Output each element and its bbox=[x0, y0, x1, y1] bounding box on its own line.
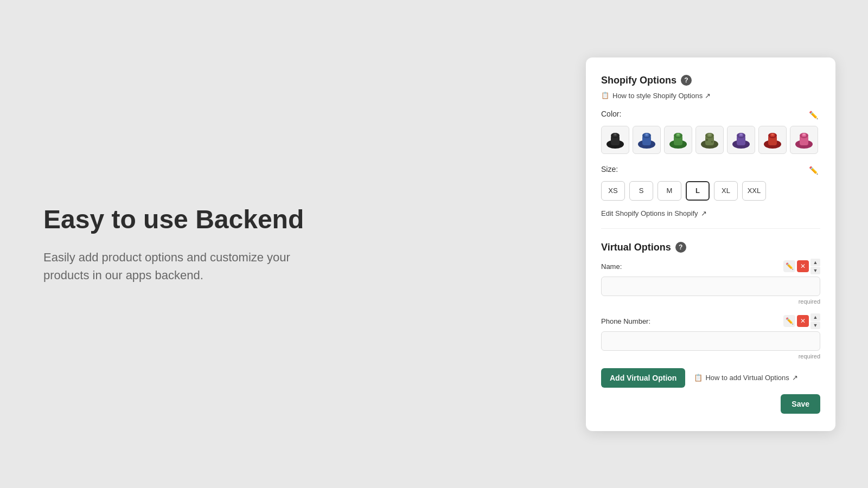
svg-point-4 bbox=[614, 133, 616, 136]
name-input[interactable] bbox=[601, 277, 820, 296]
name-edit-button[interactable]: ✏️ bbox=[783, 260, 795, 272]
color-edit-button[interactable]: ✏️ bbox=[807, 110, 820, 120]
style-link-row: 📋 How to style Shopify Options ↗ bbox=[601, 92, 820, 100]
swatch-blue[interactable] bbox=[633, 126, 661, 154]
name-field: Name: ✏️ ✕ ▲ ▼ required bbox=[601, 259, 820, 305]
how-to-virtual-link[interactable]: 📋 How to add Virtual Options ↗ bbox=[694, 374, 797, 382]
size-option-row: Size: ✏️ bbox=[601, 165, 820, 176]
phone-required-text: required bbox=[601, 353, 820, 359]
name-field-header: Name: ✏️ ✕ ▲ ▼ bbox=[601, 259, 820, 274]
add-virtual-option-button[interactable]: Add Virtual Option bbox=[601, 368, 685, 388]
phone-field-label: Phone Number: bbox=[601, 317, 650, 325]
name-move-down-button[interactable]: ▼ bbox=[810, 267, 820, 274]
size-xs-button[interactable]: XS bbox=[601, 181, 625, 201]
how-to-virtual-text: How to add Virtual Options bbox=[705, 374, 789, 382]
svg-rect-20 bbox=[706, 139, 708, 141]
phone-input[interactable] bbox=[601, 331, 820, 351]
save-button[interactable]: Save bbox=[781, 394, 820, 414]
swatch-camo[interactable] bbox=[695, 126, 724, 154]
svg-rect-21 bbox=[711, 141, 713, 143]
size-label: Size: bbox=[601, 165, 618, 174]
color-swatches bbox=[601, 126, 820, 154]
shopify-options-help-icon[interactable]: ? bbox=[681, 75, 692, 86]
edit-shopify-link[interactable]: Edit Shopify Options in Shopify ↗ bbox=[601, 209, 820, 217]
virtual-options-help-icon[interactable]: ? bbox=[675, 242, 686, 253]
virtual-options-section: Virtual Options ? Name: ✏️ ✕ ▲ ▼ require… bbox=[601, 242, 820, 414]
name-move-up-button[interactable]: ▲ bbox=[810, 259, 820, 266]
virtual-bottom-row: Add Virtual Option 📋 How to add Virtual … bbox=[601, 368, 820, 388]
phone-field-header: Phone Number: ✏️ ✕ ▲ ▼ bbox=[601, 313, 820, 329]
phone-move-up-button[interactable]: ▲ bbox=[810, 313, 820, 321]
name-field-label: Name: bbox=[601, 262, 622, 271]
edit-shopify-text: Edit Shopify Options in Shopify bbox=[601, 209, 698, 217]
svg-point-14 bbox=[677, 133, 679, 136]
phone-delete-button[interactable]: ✕ bbox=[797, 315, 809, 327]
how-to-doc-icon: 📋 bbox=[694, 374, 703, 382]
how-to-external-icon: ↗ bbox=[792, 374, 798, 382]
size-s-button[interactable]: S bbox=[629, 181, 653, 201]
svg-point-26 bbox=[740, 133, 742, 136]
swatch-green[interactable] bbox=[664, 126, 692, 154]
size-buttons: XS S M L XL XXL bbox=[601, 181, 820, 201]
svg-point-36 bbox=[803, 133, 805, 136]
size-xxl-button[interactable]: XXL bbox=[742, 181, 766, 201]
virtual-options-title: Virtual Options ? bbox=[601, 242, 820, 253]
swatch-purple[interactable] bbox=[727, 126, 755, 154]
svg-point-9 bbox=[646, 133, 648, 136]
hero-heading: Easy to use Backend bbox=[43, 204, 542, 235]
size-edit-button[interactable]: ✏️ bbox=[807, 165, 820, 176]
size-xl-button[interactable]: XL bbox=[714, 181, 738, 201]
phone-move-down-button[interactable]: ▼ bbox=[810, 322, 820, 329]
phone-edit-button[interactable]: ✏️ bbox=[783, 315, 795, 327]
name-required-text: required bbox=[601, 298, 820, 305]
section-divider bbox=[601, 228, 820, 229]
phone-field: Phone Number: ✏️ ✕ ▲ ▼ required bbox=[601, 313, 820, 359]
name-delete-button[interactable]: ✕ bbox=[797, 260, 809, 272]
right-panel: Shopify Options ? 📋 How to style Shopify… bbox=[586, 57, 835, 431]
phone-arrow-buttons: ▲ ▼ bbox=[810, 313, 820, 329]
shopify-options-title: Shopify Options ? bbox=[601, 75, 820, 86]
color-label: Color: bbox=[601, 110, 621, 118]
svg-point-19 bbox=[709, 133, 711, 136]
hero-description: Easily add product options and customize… bbox=[43, 248, 315, 284]
name-arrow-buttons: ▲ ▼ bbox=[810, 259, 820, 274]
phone-field-actions: ✏️ ✕ ▲ ▼ bbox=[783, 313, 820, 329]
color-option-row: Color: ✏️ bbox=[601, 110, 820, 120]
name-field-actions: ✏️ ✕ ▲ ▼ bbox=[783, 259, 820, 274]
style-link-doc-icon: 📋 bbox=[601, 92, 609, 99]
size-l-button[interactable]: L bbox=[686, 181, 710, 201]
swatch-red[interactable] bbox=[758, 126, 787, 154]
swatch-pink[interactable] bbox=[790, 126, 818, 154]
edit-shopify-external-icon: ↗ bbox=[701, 209, 707, 217]
style-link[interactable]: How to style Shopify Options ↗ bbox=[612, 92, 711, 100]
swatch-black[interactable] bbox=[601, 126, 629, 154]
left-panel: Easy to use Backend Easily add product o… bbox=[0, 160, 586, 328]
svg-point-31 bbox=[771, 133, 774, 136]
external-link-icon: ↗ bbox=[705, 92, 711, 100]
size-m-button[interactable]: M bbox=[658, 181, 681, 201]
